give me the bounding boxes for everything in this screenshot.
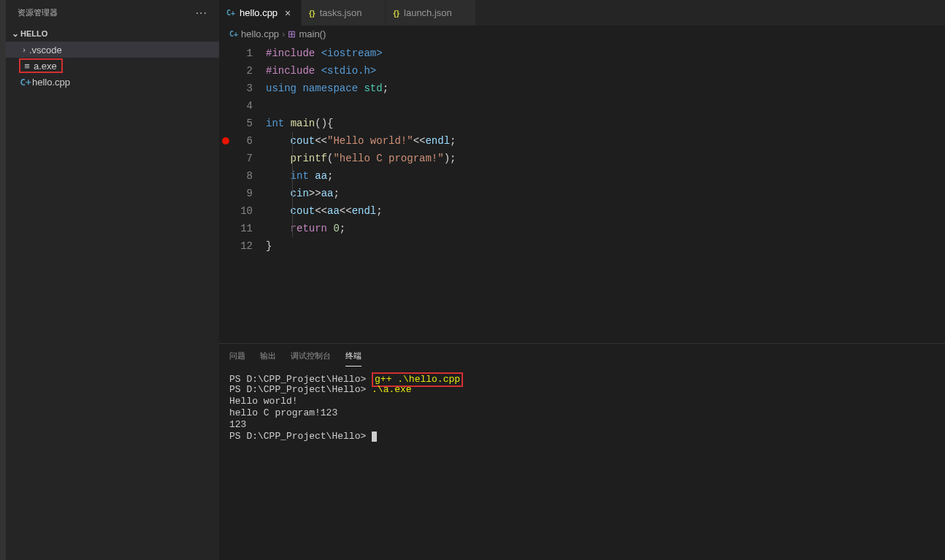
file-exe-icon: ≡	[20, 61, 34, 72]
line-number-gutter: 123456789101112	[234, 45, 266, 343]
tab-label: tasks.json	[320, 7, 362, 18]
tab-label: hello.cpp	[240, 7, 278, 18]
breadcrumb-symbol: main()	[299, 28, 326, 39]
sidebar-title: 资源管理器	[18, 7, 58, 18]
file-json-icon: {}	[309, 9, 315, 18]
code-editor[interactable]: 123456789101112 #include <iostream>#incl…	[219, 42, 945, 343]
panel-tab-problems[interactable]: 问题	[229, 346, 245, 366]
close-icon[interactable]: ×	[282, 7, 294, 19]
tree-item-label: hello.cpp	[32, 77, 70, 88]
tree-item-label: .vscode	[29, 45, 62, 55]
panel-tab-output[interactable]: 输出	[260, 346, 276, 366]
terminal-line: Hello world!	[229, 396, 935, 407]
chevron-right-icon: ›	[282, 28, 285, 39]
file-tree: › .vscode ≡ a.exe C+ hello.cpp	[6, 42, 219, 90]
section-header[interactable]: ⌄ HELLO	[6, 26, 219, 42]
sidebar-header: 资源管理器 ···	[6, 0, 219, 26]
tab-tasks-json[interactable]: {} tasks.json ×	[302, 0, 386, 26]
panel-tabs: 问题 输出 调试控制台 终端	[219, 344, 945, 368]
tree-item-folder[interactable]: › .vscode	[6, 42, 219, 58]
main-area: C+ hello.cpp × {} tasks.json × {} launch…	[219, 0, 945, 560]
tree-item-label: a.exe	[34, 61, 57, 72]
chevron-right-icon: ›	[19, 45, 29, 54]
more-actions-icon[interactable]: ···	[196, 7, 207, 20]
terminal-line: PS D:\CPP_Project\Hello> g++ .\hello.cpp	[229, 372, 935, 384]
terminal[interactable]: PS D:\CPP_Project\Hello> g++ .\hello.cpp…	[219, 368, 945, 560]
breadcrumb-file: hello.cpp	[241, 28, 279, 39]
panel-tab-terminal[interactable]: 终端	[345, 346, 361, 367]
tree-item-exe[interactable]: ≡ a.exe	[6, 58, 219, 74]
symbol-function-icon: ⊞	[288, 28, 296, 39]
tab-hello-cpp[interactable]: C+ hello.cpp ×	[219, 0, 302, 26]
terminal-line: 123	[229, 419, 935, 431]
file-cpp-icon: C+	[19, 77, 32, 88]
code-body[interactable]: #include <iostream>#include <stdio.h>usi…	[266, 45, 945, 343]
tab-label: launch.json	[404, 7, 452, 18]
file-cpp-icon: C+	[226, 9, 235, 17]
breadcrumb[interactable]: C+ hello.cpp › ⊞ main()	[219, 26, 945, 42]
tree-item-cpp[interactable]: C+ hello.cpp	[6, 74, 219, 90]
annotation-highlight: ≡ a.exe	[19, 58, 63, 73]
terminal-line: PS D:\CPP_Project\Hello> .\a.exe	[229, 384, 935, 396]
section-label: HELLO	[20, 29, 47, 38]
file-json-icon: {}	[393, 9, 399, 18]
breakpoint-gutter[interactable]	[219, 45, 234, 343]
file-cpp-icon: C+	[229, 30, 238, 38]
terminal-cursor	[372, 431, 377, 442]
tab-launch-json[interactable]: {} launch.json ×	[386, 0, 475, 26]
sidebar: 资源管理器 ··· ⌄ HELLO › .vscode ≡ a.exe C+ h…	[6, 0, 219, 560]
chevron-down-icon: ⌄	[10, 28, 20, 39]
editor-tabbar: C+ hello.cpp × {} tasks.json × {} launch…	[219, 0, 945, 26]
terminal-line: PS D:\CPP_Project\Hello>	[229, 431, 935, 442]
terminal-line: hello C program!123	[229, 407, 935, 419]
activity-bar[interactable]	[0, 0, 6, 560]
breakpoint-dot[interactable]	[222, 137, 229, 145]
panel-tab-debug[interactable]: 调试控制台	[291, 346, 331, 366]
bottom-panel: 问题 输出 调试控制台 终端 PS D:\CPP_Project\Hello> …	[219, 343, 945, 560]
